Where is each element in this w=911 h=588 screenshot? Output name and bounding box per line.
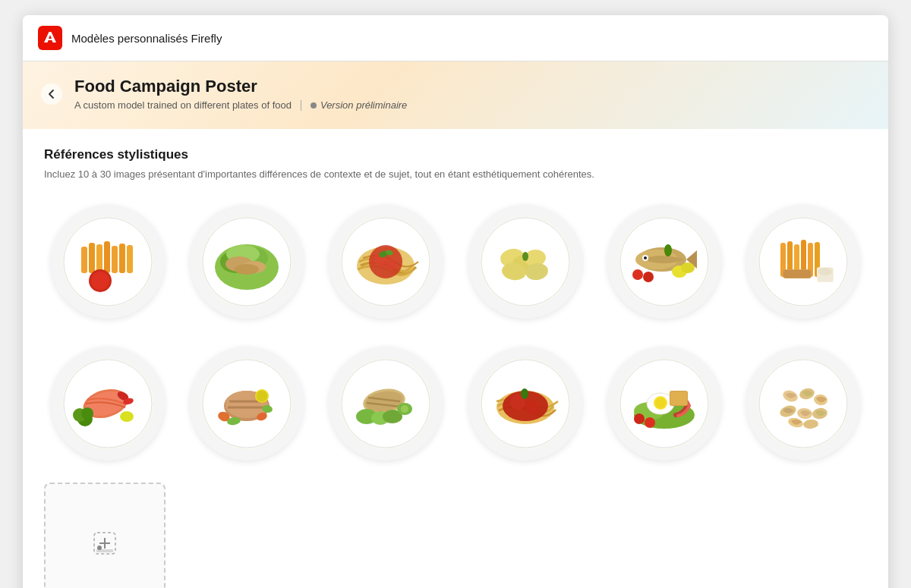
svg-point-103 <box>655 398 666 408</box>
food-plate-11[interactable] <box>601 340 727 467</box>
plate-circle-10 <box>468 347 582 461</box>
svg-point-107 <box>645 417 655 428</box>
svg-point-45 <box>632 269 643 280</box>
food-plate-7[interactable] <box>44 340 171 467</box>
svg-point-35 <box>522 252 528 261</box>
back-button[interactable] <box>41 83 62 105</box>
food-image-7 <box>58 354 157 453</box>
food-plate-3[interactable] <box>323 198 449 325</box>
svg-point-68 <box>120 411 134 422</box>
version-dot <box>310 102 317 108</box>
svg-rect-122 <box>96 549 113 552</box>
svg-point-95 <box>525 401 539 414</box>
food-image-5 <box>615 212 714 311</box>
version-label: Version préliminaire <box>320 99 407 111</box>
food-image-1 <box>58 212 157 311</box>
hero-meta: A custom model trained on different plat… <box>74 99 870 111</box>
svg-point-10 <box>91 272 109 290</box>
food-image-3 <box>336 212 435 311</box>
svg-point-46 <box>643 272 654 282</box>
plate-circle-3 <box>329 205 443 319</box>
plate-circle-2 <box>190 205 304 319</box>
add-image-icon <box>93 531 117 555</box>
plate-circle-7 <box>51 347 165 461</box>
section-subtitle: Incluez 10 à 30 images présentant d'impo… <box>44 168 867 180</box>
image-grid-row1 <box>44 198 867 325</box>
food-image-6 <box>754 212 853 311</box>
hero-banner: Food Campaign Poster A custom model trai… <box>23 61 888 129</box>
app-window: Modèles personnalisés Firefly Food Campa… <box>23 15 888 588</box>
section-title: Références stylistiques <box>44 147 867 162</box>
svg-rect-4 <box>96 244 102 273</box>
food-image-12 <box>754 354 853 453</box>
hero-subtitle: A custom model trained on different plat… <box>74 99 292 111</box>
adobe-logo <box>38 26 62 50</box>
hero-info: Food Campaign Poster A custom model trai… <box>74 77 870 111</box>
plate-circle-8 <box>190 347 304 461</box>
meta-divider <box>301 100 301 111</box>
svg-point-109 <box>759 360 847 448</box>
svg-point-58 <box>818 268 832 275</box>
header-title: Modèles personnalisés Firefly <box>71 32 222 45</box>
main-content: Références stylistiques Incluez 10 à 30 … <box>23 129 888 588</box>
food-image-4 <box>476 212 575 311</box>
food-plate-5[interactable] <box>601 198 727 325</box>
food-image-11 <box>615 354 714 453</box>
svg-rect-8 <box>127 245 133 273</box>
adobe-logo-icon <box>43 30 58 46</box>
food-plate-12[interactable] <box>740 340 867 467</box>
food-image-9 <box>336 354 435 453</box>
svg-point-106 <box>634 413 645 424</box>
food-plate-4[interactable] <box>462 198 588 325</box>
plate-circle-1 <box>51 205 165 319</box>
hero-title: Food Campaign Poster <box>74 77 870 96</box>
svg-rect-105 <box>670 391 687 405</box>
svg-point-44 <box>681 263 695 273</box>
svg-rect-6 <box>112 246 118 273</box>
food-image-2 <box>197 212 296 311</box>
food-plate-6[interactable] <box>740 198 867 325</box>
svg-point-67 <box>81 407 93 420</box>
food-plate-8[interactable] <box>183 340 310 467</box>
header: Modèles personnalisés Firefly <box>23 15 888 61</box>
food-image-10 <box>476 354 575 453</box>
food-plate-9[interactable] <box>323 340 449 467</box>
svg-point-47 <box>664 244 672 256</box>
plate-circle-5 <box>607 205 721 319</box>
back-icon <box>46 89 57 99</box>
food-plate-1[interactable] <box>44 198 171 325</box>
svg-rect-2 <box>81 247 87 273</box>
svg-rect-7 <box>119 244 125 273</box>
version-badge: Version préliminaire <box>310 99 407 111</box>
svg-rect-60 <box>783 270 811 278</box>
plate-circle-6 <box>746 205 860 319</box>
svg-rect-3 <box>89 243 95 273</box>
plate-circle-9 <box>329 347 443 461</box>
svg-point-89 <box>401 405 408 413</box>
plate-circle-4 <box>468 205 582 319</box>
svg-rect-5 <box>104 241 110 273</box>
food-plate-10[interactable] <box>462 340 588 467</box>
svg-point-19 <box>235 264 259 275</box>
svg-point-25 <box>386 259 396 269</box>
svg-point-42 <box>644 256 647 259</box>
food-plate-2[interactable] <box>183 198 310 325</box>
svg-point-80 <box>257 391 267 401</box>
add-image-button[interactable] <box>44 483 165 588</box>
plate-circle-11 <box>607 347 721 461</box>
food-image-8 <box>197 354 296 453</box>
plate-circle-12 <box>746 347 860 461</box>
svg-point-96 <box>521 388 528 399</box>
image-grid-row2 <box>44 340 867 467</box>
